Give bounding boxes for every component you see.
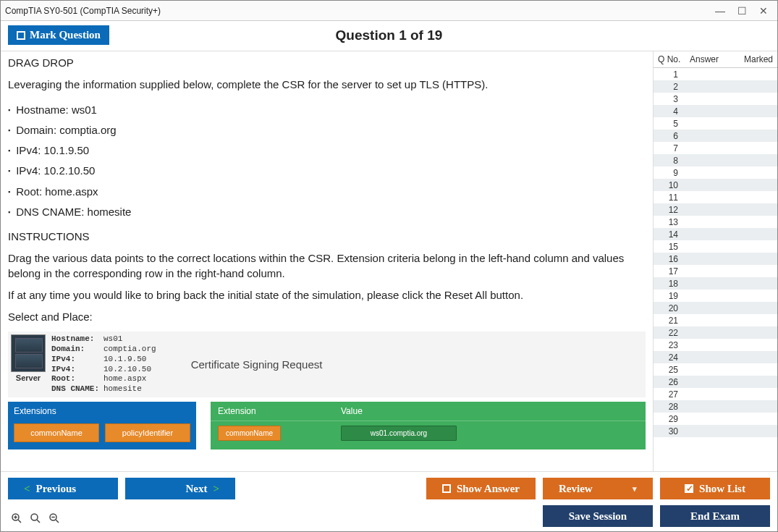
question-list-row[interactable]: 23	[654, 339, 777, 351]
footer: < Previous Next > Show Answer Review ▾ S…	[1, 471, 777, 531]
button-row-2: Save Session End Exam	[8, 505, 770, 527]
question-number: 22	[654, 328, 685, 338]
question-number: 6	[654, 131, 685, 141]
csr-data-row: commonName ws01.comptia.org	[211, 421, 646, 445]
drag-item-policyidentifier[interactable]: policyIdentifier	[105, 423, 190, 442]
info-item: Domain: comptia.org	[8, 120, 646, 140]
col-qno: Q No.	[654, 51, 685, 67]
question-list-row[interactable]: 12	[654, 203, 777, 216]
dropdown-icon: ▾	[633, 484, 637, 494]
next-button[interactable]: Next >	[125, 478, 235, 499]
drag-item-commonname[interactable]: commonName	[14, 423, 99, 442]
previous-label: Previous	[36, 483, 77, 495]
question-number: 24	[654, 352, 685, 363]
question-list-scroll[interactable]: 1234567891011121314151617181920212223242…	[654, 68, 777, 471]
show-answer-button[interactable]: Show Answer	[426, 478, 536, 499]
checkbox-icon	[17, 31, 25, 40]
info-item: DNS CNAME: homesite	[8, 202, 646, 222]
question-list-row[interactable]: 9	[654, 166, 777, 179]
csr-panel: Extension Value commonName ws01.comptia.…	[211, 402, 646, 449]
content-scroll[interactable]: DRAG DROP Leveraging the information sup…	[1, 51, 653, 471]
zoom-reset-button[interactable]	[27, 510, 44, 527]
server-icon	[11, 334, 46, 372]
question-type: DRAG DROP	[8, 56, 646, 70]
content-pane: DRAG DROP Leveraging the information sup…	[1, 51, 653, 471]
show-list-button[interactable]: Show List	[660, 478, 770, 499]
question-list-row[interactable]: 19	[654, 290, 777, 302]
instructions-heading: INSTRUCTIONS	[8, 229, 646, 244]
question-list-row[interactable]: 28	[654, 400, 777, 413]
app-window: CompTIA SY0-501 (CompTIA Security+) — ☐ …	[0, 0, 778, 532]
question-list-row[interactable]: 21	[654, 314, 777, 326]
svg-line-1	[18, 520, 21, 523]
info-item: IPv4: 10.1.9.50	[8, 140, 646, 161]
question-list-row[interactable]: 7	[654, 142, 777, 154]
col-marked: Marked	[727, 51, 777, 67]
question-list-row[interactable]: 8	[654, 154, 777, 166]
question-list-row[interactable]: 13	[654, 216, 777, 228]
minimize-button[interactable]: —	[715, 6, 725, 16]
question-list-row[interactable]: 5	[654, 117, 777, 130]
save-session-button[interactable]: Save Session	[543, 505, 653, 527]
question-list-row[interactable]: 3	[654, 93, 777, 105]
question-number: 29	[654, 414, 685, 424]
question-list-row[interactable]: 1	[654, 68, 777, 80]
question-list-pane: Q No. Answer Marked 12345678910111213141…	[653, 51, 777, 471]
question-number: 2	[654, 82, 685, 92]
mark-question-button[interactable]: Mark Question	[8, 25, 109, 45]
question-list-row[interactable]: 2	[654, 80, 777, 93]
question-list-row[interactable]: 27	[654, 388, 777, 400]
question-list-row[interactable]: 17	[654, 265, 777, 277]
csr-title: Certificate Signing Request	[191, 358, 323, 371]
end-exam-button[interactable]: End Exam	[660, 505, 770, 527]
question-number: 9	[654, 168, 685, 178]
csr-header-row: Extension Value	[211, 402, 646, 421]
chevron-right-icon: >	[213, 483, 219, 495]
checkbox-icon	[442, 484, 451, 493]
question-list-row[interactable]: 26	[654, 376, 777, 388]
info-item: IPv4: 10.2.10.50	[8, 161, 646, 181]
chevron-left-icon: <	[24, 483, 30, 495]
question-number: 1	[654, 69, 685, 80]
sim-row2: Extensions commonName policyIdentifier E…	[8, 402, 646, 449]
question-counter: Question 1 of 19	[109, 28, 669, 43]
question-number: 8	[654, 156, 685, 166]
question-list-row[interactable]: 10	[654, 179, 777, 191]
question-list-row[interactable]: 22	[654, 326, 777, 339]
maximize-button[interactable]: ☐	[737, 6, 747, 16]
zoom-out-button[interactable]	[46, 510, 63, 527]
question-list-row[interactable]: 16	[654, 253, 777, 265]
question-list-row[interactable]: 4	[654, 105, 777, 117]
button-row-1: < Previous Next > Show Answer Review ▾ S…	[8, 478, 770, 499]
question-number: 27	[654, 389, 685, 400]
question-list-row[interactable]: 20	[654, 302, 777, 314]
checkbox-checked-icon	[685, 484, 693, 493]
question-list-row[interactable]: 6	[654, 130, 777, 142]
question-list-row[interactable]: 14	[654, 228, 777, 240]
question-number: 17	[654, 266, 685, 276]
question-list-row[interactable]: 25	[654, 363, 777, 376]
save-session-label: Save Session	[569, 510, 627, 523]
question-number: 18	[654, 279, 685, 289]
csr-val-value: ws01.comptia.org	[341, 426, 457, 441]
csr-header-extension: Extension	[211, 402, 334, 421]
question-list-row[interactable]: 29	[654, 413, 777, 425]
question-list-row[interactable]: 24	[654, 351, 777, 363]
info-item: Root: home.aspx	[8, 182, 646, 202]
question-list-row[interactable]: 15	[654, 240, 777, 253]
close-button[interactable]: ✕	[758, 6, 769, 16]
question-list-row[interactable]: 18	[654, 277, 777, 290]
zoom-in-button[interactable]	[8, 510, 25, 527]
svg-line-7	[56, 520, 59, 523]
question-number: 11	[654, 193, 685, 203]
previous-button[interactable]: < Previous	[8, 478, 118, 499]
review-button[interactable]: Review ▾	[543, 478, 653, 499]
csr-drop-value[interactable]: ws01.comptia.org	[334, 421, 464, 445]
question-list-row[interactable]: 11	[654, 191, 777, 203]
extensions-items: commonName policyIdentifier	[8, 421, 196, 445]
window-controls: — ☐ ✕	[715, 6, 773, 16]
extensions-heading: Extensions	[8, 402, 196, 421]
csr-drop-extension[interactable]: commonName	[211, 421, 334, 445]
question-list-row[interactable]: 30	[654, 425, 777, 437]
question-number: 16	[654, 254, 685, 264]
